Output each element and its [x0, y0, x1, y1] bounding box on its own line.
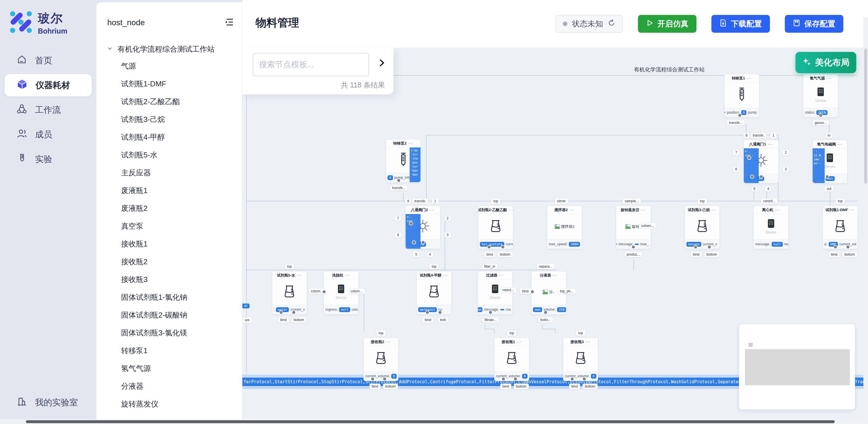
tree-item[interactable]: 固体试剂瓶2-碳酸钠	[96, 306, 242, 324]
port-label[interactable]: top	[576, 330, 585, 336]
port-label[interactable]: 6	[395, 232, 401, 238]
node-menu-icon[interactable]: •••	[517, 340, 522, 344]
chevron-down-icon[interactable]	[107, 45, 113, 54]
port-label[interactable]: stirrer	[555, 198, 568, 204]
port-label[interactable]: out	[825, 186, 834, 192]
port-label[interactable]: top	[698, 198, 707, 204]
connection-handle-icon[interactable]: ›	[279, 310, 283, 314]
port-label[interactable]: bind	[520, 288, 531, 294]
start-simulation-button[interactable]: 开启仿真	[638, 15, 696, 33]
connection-handle-icon[interactable]: ›	[421, 240, 425, 244]
connection-handle-icon[interactable]: ›	[544, 310, 548, 314]
port-label[interactable]: 2	[444, 215, 451, 221]
node-menu-icon[interactable]: •••	[297, 274, 302, 277]
port-label[interactable]: 1	[770, 132, 777, 138]
connection-handle-icon[interactable]: ›	[322, 290, 326, 294]
port-label[interactable]: bottom	[383, 384, 398, 389]
node-menu-icon[interactable]: •••	[345, 274, 350, 277]
node-menu-icon[interactable]: •••	[553, 274, 558, 277]
port-label[interactable]: 7	[733, 150, 740, 155]
tree-item[interactable]: 试剂瓶3-己烷	[96, 111, 242, 128]
connection-handle-icon[interactable]: ›	[514, 377, 518, 381]
download-config-button[interactable]: 下载配置	[711, 15, 770, 33]
connection-handle-icon[interactable]: ›	[707, 245, 711, 249]
node-menu-icon[interactable]: •••	[499, 274, 504, 277]
node-menu-icon[interactable]: •••	[569, 208, 575, 212]
port-label[interactable]: bind	[829, 251, 840, 257]
port-label[interactable]: 7	[395, 215, 401, 221]
node-menu-icon[interactable]: •••	[408, 142, 413, 145]
port-label[interactable]: bind	[278, 317, 289, 323]
tree-item[interactable]: 主反应器	[96, 164, 242, 182]
collapse-panel-icon[interactable]	[224, 17, 234, 28]
port-label[interactable]: bottom	[514, 384, 529, 389]
minimap-viewport[interactable]	[745, 349, 850, 385]
search-input[interactable]	[253, 53, 369, 76]
port-label[interactable]: top	[429, 264, 439, 269]
port-label[interactable]: centrif...	[761, 198, 778, 204]
tree-item[interactable]: 固体试剂瓶3-氯化镁	[96, 324, 242, 342]
connection-handle-icon[interactable]: ›	[397, 178, 401, 182]
beautify-layout-button[interactable]: 美化布局	[796, 52, 856, 73]
node-menu-icon[interactable]: •••	[712, 208, 717, 212]
status-badge[interactable]: 状态未知	[555, 15, 623, 33]
connection-handle-icon[interactable]: ›	[693, 245, 698, 249]
tree-root-row[interactable]: 有机化学流程综合测试工作站	[96, 28, 242, 54]
connection-handle-icon[interactable]: ›	[292, 310, 296, 314]
vertical-scrollbar-thumb[interactable]	[864, 49, 867, 184]
connection-handle-icon[interactable]: ›	[409, 221, 413, 225]
connection-handle-icon[interactable]: ›	[383, 377, 387, 381]
refresh-icon[interactable]	[608, 19, 616, 29]
port-label[interactable]: sample...	[622, 198, 641, 204]
port-label[interactable]: filtrate...	[482, 317, 499, 323]
port-label[interactable]: top	[507, 330, 517, 336]
node-menu-icon[interactable]: •••	[768, 143, 773, 146]
connection-handle-icon[interactable]: ›	[738, 113, 742, 117]
tree-item[interactable]: 真空泵	[96, 217, 242, 235]
connection-handle-icon[interactable]: ›	[371, 377, 375, 381]
port-label[interactable]: gasso...	[812, 120, 829, 126]
node-menu-icon[interactable]: •••	[585, 340, 591, 344]
node-menu-icon[interactable]: •••	[509, 208, 513, 212]
port-label[interactable]: solven...	[639, 223, 656, 229]
tree-item[interactable]: 接收瓶1	[96, 235, 242, 253]
port-label[interactable]: transfe.	[412, 198, 428, 204]
port-label[interactable]: 4	[765, 186, 772, 192]
connection-handle-icon[interactable]: ›	[825, 175, 829, 179]
node-menu-icon[interactable]: •••	[443, 274, 448, 277]
flow-canvas[interactable]: 有机化学流程综合测试工作站 ferProtocol,StartStirProto…	[242, 48, 868, 424]
connection-handle-icon[interactable]: ›	[501, 245, 505, 249]
node-menu-icon[interactable]: •••	[747, 77, 752, 80]
tree-item[interactable]: 试剂瓶5-水	[96, 146, 242, 164]
port-label[interactable]: bind	[484, 251, 495, 257]
port-label[interactable]: transfe...	[727, 120, 745, 126]
port-label[interactable]: bind	[423, 317, 434, 323]
sidebar-item-instruments[interactable]: 仪器耗材	[5, 74, 92, 96]
tree-item[interactable]: 气源	[96, 57, 242, 75]
port-label[interactable]: produc...	[624, 251, 643, 257]
connection-handle-icon[interactable]: ›	[846, 245, 850, 249]
port-label[interactable]: in	[825, 132, 832, 138]
port-label[interactable]: bind	[569, 384, 580, 389]
connection-handle-icon[interactable]: ›	[759, 175, 763, 179]
connection-handle-icon[interactable]: ›	[819, 113, 823, 117]
port-label[interactable]: top	[285, 264, 294, 269]
port-label[interactable]: 8	[743, 132, 750, 138]
port-label[interactable]: 3	[782, 166, 789, 172]
node-menu-icon[interactable]: •••	[641, 208, 646, 212]
node-menu-icon[interactable]: •••	[430, 208, 435, 212]
connection-handle-icon[interactable]: ›	[425, 310, 429, 314]
connection-handle-icon[interactable]: ›	[530, 290, 534, 294]
tree-item[interactable]: 废液瓶1	[96, 182, 242, 200]
port-label[interactable]: top_ph...	[558, 288, 576, 294]
connection-handle-icon[interactable]: ›	[631, 245, 636, 249]
connection-handle-icon[interactable]: ›	[489, 310, 493, 314]
port-label[interactable]: separa...	[537, 264, 555, 269]
port-label[interactable]: bind	[500, 384, 512, 389]
connection-handle-icon[interactable]: ›	[487, 245, 491, 249]
tree-item[interactable]: 氢气气源	[96, 359, 242, 377]
connection-handle-icon[interactable]: ›	[582, 377, 586, 381]
sidebar-item-home[interactable]: 首页	[5, 49, 92, 72]
tree-item[interactable]: 转移泵1	[96, 342, 242, 359]
port-label[interactable]: bind	[691, 251, 702, 257]
